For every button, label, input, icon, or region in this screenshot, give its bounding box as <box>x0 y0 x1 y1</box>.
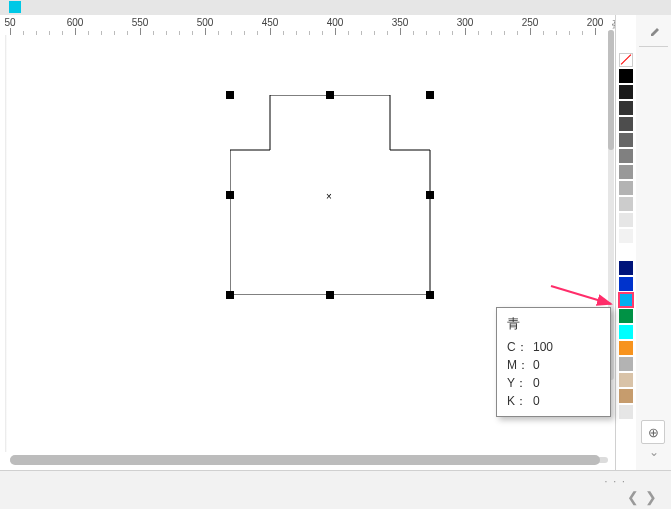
color-swatch[interactable] <box>619 149 633 163</box>
window-accent <box>9 1 21 13</box>
status-bar: · · · ❮ ❯ <box>0 470 671 509</box>
color-tooltip: 青 C：100 M：0 Y：0 K：0 <box>496 307 611 417</box>
scrollbar-horizontal[interactable] <box>0 452 636 470</box>
color-swatch[interactable] <box>619 181 633 195</box>
ruler-tick <box>595 28 596 35</box>
ruler-tick <box>335 28 336 35</box>
color-palette <box>615 15 636 470</box>
color-swatch[interactable] <box>619 373 633 387</box>
color-swatch[interactable] <box>619 85 633 99</box>
palette-more-icon[interactable]: ⌄ <box>649 445 659 459</box>
ruler-tick <box>270 28 271 35</box>
ruler-horizontal[interactable]: 毫米 50600550500450400350300250200 <box>0 15 636 36</box>
color-swatch[interactable] <box>619 245 633 259</box>
tooltip-title: 青 <box>507 314 602 334</box>
nav-next-icon[interactable]: ❯ <box>645 489 657 505</box>
ruler-tick-label: 450 <box>262 17 279 28</box>
handle-w[interactable] <box>226 191 234 199</box>
scrollbar-thumb[interactable] <box>10 455 600 465</box>
ruler-tick <box>140 28 141 35</box>
tooltip-k-value: 0 <box>533 392 540 410</box>
tooltip-y-value: 0 <box>533 374 540 392</box>
color-swatch[interactable] <box>619 261 633 275</box>
ruler-tick-label: 600 <box>67 17 84 28</box>
ruler-tick <box>75 28 76 35</box>
handle-n[interactable] <box>326 91 334 99</box>
color-swatch-cyan[interactable] <box>619 293 633 307</box>
color-swatch[interactable] <box>619 421 633 435</box>
ruler-tick <box>530 28 531 35</box>
color-swatch[interactable] <box>619 197 633 211</box>
handle-ne[interactable] <box>426 91 434 99</box>
color-swatch[interactable] <box>619 53 633 67</box>
tooltip-m-value: 0 <box>533 356 540 374</box>
color-swatch[interactable] <box>619 357 633 371</box>
color-swatch[interactable] <box>619 213 633 227</box>
tooltip-m-label: M： <box>507 356 533 374</box>
tools-column: ⌄ ⊕ <box>635 15 671 470</box>
color-swatch[interactable] <box>619 101 633 115</box>
ruler-tick <box>465 28 466 35</box>
ruler-tick-label: 250 <box>522 17 539 28</box>
ruler-tick-label: 500 <box>197 17 214 28</box>
canvas-edge <box>5 35 7 452</box>
color-swatch[interactable] <box>619 229 633 243</box>
color-swatch[interactable] <box>619 325 633 339</box>
ruler-tick-label: 50 <box>4 17 15 28</box>
ruler-tick <box>400 28 401 35</box>
tooltip-y-label: Y： <box>507 374 533 392</box>
tooltip-c-label: C： <box>507 338 533 356</box>
ruler-tick <box>205 28 206 35</box>
ruler-tick-label: 400 <box>327 17 344 28</box>
handle-nw[interactable] <box>226 91 234 99</box>
handle-e[interactable] <box>426 191 434 199</box>
color-swatch[interactable] <box>619 117 633 131</box>
separator <box>639 46 668 47</box>
handle-s[interactable] <box>326 291 334 299</box>
color-swatch[interactable] <box>619 405 633 419</box>
title-strip <box>0 0 671 16</box>
tooltip-c-value: 100 <box>533 338 553 356</box>
color-swatch[interactable] <box>619 389 633 403</box>
ruler-tick-label: 300 <box>457 17 474 28</box>
color-swatch[interactable] <box>619 133 633 147</box>
zoom-tool-icon[interactable]: ⊕ <box>641 420 665 444</box>
ruler-tick-label: 350 <box>392 17 409 28</box>
color-swatch[interactable] <box>619 165 633 179</box>
eyedropper-tool-icon[interactable] <box>642 19 666 43</box>
ruler-tick-label: 200 <box>587 17 604 28</box>
nav-prev-icon[interactable]: ❮ <box>627 489 639 505</box>
color-swatch[interactable] <box>619 277 633 291</box>
color-swatch[interactable] <box>619 341 633 355</box>
ruler-tick-label: 550 <box>132 17 149 28</box>
handle-se[interactable] <box>426 291 434 299</box>
handle-sw[interactable] <box>226 291 234 299</box>
color-swatch[interactable] <box>619 69 633 83</box>
status-menu-icon[interactable]: · · · <box>604 474 626 488</box>
ruler-tick <box>10 28 11 35</box>
selection-center: × <box>326 191 332 202</box>
palette-scroll-thumb[interactable] <box>608 30 614 150</box>
color-swatch[interactable] <box>619 309 633 323</box>
tooltip-k-label: K： <box>507 392 533 410</box>
